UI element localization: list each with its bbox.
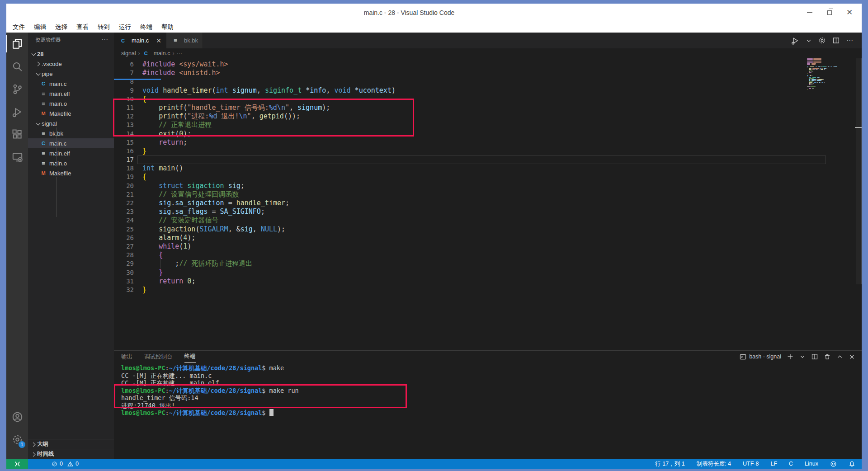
- breadcrumb-⋯[interactable]: ⋯: [177, 50, 183, 57]
- close-icon[interactable]: ✕: [845, 9, 854, 17]
- warnings-icon: [67, 461, 73, 467]
- line-number: 18: [114, 164, 134, 173]
- settings-icon[interactable]: 1: [6, 428, 28, 451]
- maximize-panel-icon[interactable]: [836, 353, 843, 360]
- status-encoding[interactable]: UTF-8: [743, 460, 759, 468]
- c-file-icon: C: [119, 37, 127, 44]
- editor-scrollbar[interactable]: [856, 58, 862, 284]
- split-editor-icon[interactable]: [832, 37, 840, 44]
- chevron-down-icon: [34, 70, 42, 77]
- tab-main.c[interactable]: Cmain.c✕: [114, 33, 166, 48]
- chevron-right-icon: [30, 451, 37, 458]
- menu-item-运行[interactable]: 运行: [114, 21, 136, 33]
- code-text: #include <sys/wait.h>: [134, 60, 228, 69]
- settings-gear-icon[interactable]: [818, 37, 826, 44]
- code-text: exit(0);: [134, 130, 191, 138]
- tree-item-main.o[interactable]: ≡main.o: [28, 158, 114, 168]
- editor-tab-bar: Cmain.c✕≡bk.bk ⋯: [114, 33, 862, 48]
- terminal-output[interactable]: lmos@lmos-PC:~/计算机基础/code/28/signal$ mak…: [121, 364, 853, 417]
- line-number: 32: [114, 286, 134, 294]
- kill-terminal-icon[interactable]: [824, 353, 831, 360]
- sidebar-more-icon[interactable]: ⋯: [101, 36, 108, 44]
- line-number: 13: [114, 121, 134, 129]
- tree-item-label: .vscode: [42, 61, 62, 67]
- tree-indent-guide: [57, 177, 57, 217]
- line-number: 25: [114, 225, 134, 234]
- tree-item-main.elf[interactable]: ≡main.elf: [28, 148, 114, 158]
- menu-item-文件[interactable]: 文件: [8, 21, 29, 33]
- new-terminal-icon[interactable]: [787, 353, 794, 360]
- code-editor[interactable]: 6#include <sys/wait.h>7#include <unistd.…: [114, 58, 862, 350]
- warnings-count: 0: [75, 461, 79, 467]
- section-时间线[interactable]: 时间线: [28, 449, 114, 459]
- panel-tab-终端[interactable]: 终端: [184, 351, 196, 363]
- tree-item-main.elf[interactable]: ≡main.elf: [28, 89, 114, 99]
- notifications-bell-icon[interactable]: [849, 461, 855, 467]
- menu-item-转到[interactable]: 转到: [93, 21, 114, 33]
- status-remote-os[interactable]: Linux: [805, 460, 818, 468]
- tab-bk.bk[interactable]: ≡bk.bk: [166, 33, 203, 48]
- tree-item-label: Makefile: [49, 110, 71, 117]
- close-panel-icon[interactable]: [849, 353, 855, 360]
- tree-item-label: main.o: [49, 160, 67, 167]
- status-language-mode[interactable]: C: [789, 460, 793, 468]
- terminal-session-label[interactable]: bash - signal: [740, 353, 781, 360]
- minimize-icon[interactable]: [806, 9, 814, 17]
- panel-tab-输出[interactable]: 输出: [121, 351, 132, 363]
- split-terminal-icon[interactable]: [811, 353, 818, 360]
- breadcrumb-signal[interactable]: signal: [121, 50, 136, 57]
- tree-item-label: main.elf: [49, 150, 70, 157]
- code-text: alarm(4);: [134, 234, 195, 242]
- file-icon: ≡: [40, 90, 47, 97]
- tree-item-label: 28: [37, 51, 43, 57]
- code-text: while(1): [134, 242, 191, 251]
- source-control-icon[interactable]: [6, 78, 28, 100]
- code-line-24: 24 // 安装定时器信号: [114, 216, 862, 225]
- line-number: 6: [114, 60, 134, 69]
- tree-item-main.c[interactable]: Cmain.c: [28, 79, 114, 89]
- tree-item-signal[interactable]: signal: [28, 118, 114, 128]
- run-debug-icon[interactable]: [6, 100, 28, 123]
- tree-item-28[interactable]: 28: [28, 49, 114, 59]
- line-number: 26: [114, 234, 134, 242]
- panel-tab-调试控制台[interactable]: 调试控制台: [144, 351, 173, 363]
- status-eol[interactable]: LF: [770, 460, 777, 468]
- explorer-icon[interactable]: [6, 33, 28, 55]
- tree-item-main.c[interactable]: Cmain.c: [28, 138, 114, 148]
- status-tab-size[interactable]: 制表符长度: 4: [697, 460, 731, 468]
- status-cursor-position[interactable]: 行 17，列 1: [655, 460, 684, 468]
- minimap-current-line: [114, 79, 161, 80]
- code-text: ;// 死循环防止进程退出: [134, 259, 252, 268]
- menu-item-帮助[interactable]: 帮助: [157, 21, 178, 33]
- menu-item-编辑[interactable]: 编辑: [29, 21, 51, 33]
- terminal-dropdown-icon[interactable]: [799, 353, 806, 360]
- feedback-icon[interactable]: [830, 461, 837, 467]
- tree-item-bk.bk[interactable]: ≡bk.bk: [28, 128, 114, 138]
- tree-item-Makefile[interactable]: MMakefile: [28, 168, 114, 178]
- problems-status[interactable]: 0 0: [52, 461, 79, 467]
- restore-icon[interactable]: [826, 9, 834, 17]
- extensions-icon[interactable]: [6, 123, 28, 146]
- section-大纲[interactable]: 大纲: [28, 439, 114, 449]
- tree-item-main.o[interactable]: ≡main.o: [28, 99, 114, 108]
- menu-item-终端[interactable]: 终端: [136, 21, 157, 33]
- minimap[interactable]: [807, 58, 854, 90]
- editor-region: Cmain.c✕≡bk.bk ⋯ signal›Cmain.c›⋯ 6#incl…: [114, 33, 862, 459]
- tree-item-pipe[interactable]: pipe: [28, 69, 114, 79]
- tree-item-.vscode[interactable]: .vscode: [28, 59, 114, 69]
- breadcrumb-main.c[interactable]: Cmain.c: [142, 50, 170, 57]
- run-file-icon[interactable]: [791, 37, 799, 45]
- menu-item-查看[interactable]: 查看: [72, 21, 93, 33]
- search-icon[interactable]: [6, 55, 28, 78]
- menu-item-选择[interactable]: 选择: [51, 21, 72, 33]
- chevron-down-icon[interactable]: [806, 38, 812, 44]
- account-icon[interactable]: [6, 405, 28, 428]
- window-controls: ✕: [806, 4, 854, 21]
- tree-item-Makefile[interactable]: MMakefile: [28, 108, 114, 118]
- more-actions-icon[interactable]: ⋯: [846, 37, 854, 45]
- remote-explorer-icon[interactable]: [6, 146, 28, 168]
- tree-indent-guide: [57, 127, 57, 167]
- tab-close-icon[interactable]: ✕: [156, 37, 161, 44]
- file-icon: ≡: [172, 37, 179, 44]
- remote-indicator[interactable]: [6, 459, 28, 469]
